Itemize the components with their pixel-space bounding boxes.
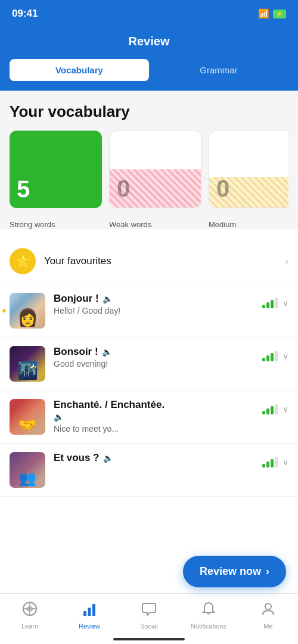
word-translation-bonjour: Hello! / Good day! bbox=[54, 306, 262, 315]
status-icons: 📶 ⚡ bbox=[258, 8, 286, 19]
medium-label: Medium bbox=[209, 220, 298, 229]
tab-vocabulary[interactable]: Vocabulary bbox=[10, 59, 149, 81]
favourites-row[interactable]: ⭐ Your favourites › bbox=[0, 239, 298, 284]
expand-icon-bonsoir[interactable]: ∨ bbox=[283, 351, 288, 361]
word-item-bonsoir: Bonsoir ! 🔈 Good evening! ∨ bbox=[0, 338, 298, 391]
learn-icon bbox=[22, 601, 38, 620]
battery-icon: ⚡ bbox=[273, 10, 286, 18]
speaker-icon-enchante[interactable]: 🔈 bbox=[54, 412, 64, 422]
nav-item-me[interactable]: Me bbox=[238, 599, 298, 632]
strong-count: 5 bbox=[17, 177, 95, 201]
word-info-bonjour: Bonjour ! 🔈 Hello! / Good day! bbox=[54, 293, 262, 315]
fav-label: Your favourites bbox=[44, 255, 285, 267]
bar3 bbox=[271, 353, 274, 361]
word-title-row-enchante: Enchanté. / Enchantée. bbox=[54, 399, 262, 411]
fav-icon-circle: ⭐ bbox=[10, 248, 36, 274]
word-image-bonjour bbox=[10, 293, 45, 329]
home-indicator bbox=[113, 638, 185, 640]
word-right-bonjour: ∨ bbox=[262, 293, 288, 308]
strength-bars-etvous bbox=[262, 457, 278, 467]
review-icon bbox=[82, 601, 97, 620]
header-title: Review bbox=[129, 35, 170, 48]
svg-rect-3 bbox=[83, 611, 86, 616]
strength-bars-bonjour bbox=[262, 298, 278, 308]
word-right-etvous: ∨ bbox=[262, 452, 288, 467]
chevron-right-icon: › bbox=[285, 255, 288, 268]
bar1 bbox=[262, 305, 265, 308]
weak-count: 0 bbox=[117, 177, 194, 200]
vocab-labels: Strong words Weak words Medium bbox=[10, 220, 288, 229]
vocab-cards: 5 0 0 bbox=[10, 131, 288, 208]
bottom-nav: Learn Review Social Notifications bbox=[0, 593, 298, 644]
word-title-etvous: Et vous ? bbox=[54, 452, 100, 464]
bar1 bbox=[262, 358, 265, 361]
word-image-bonsoir bbox=[10, 346, 45, 382]
dot-indicator bbox=[2, 309, 6, 312]
word-image-etvous bbox=[10, 452, 45, 488]
word-title-row-bonjour: Bonjour ! 🔈 bbox=[54, 293, 262, 305]
social-label: Social bbox=[140, 623, 158, 630]
review-label: Review bbox=[79, 623, 100, 630]
notifications-label: Notifications bbox=[191, 623, 226, 630]
learn-label: Learn bbox=[21, 623, 38, 630]
wifi-icon: 📶 bbox=[258, 8, 269, 19]
word-right-bonsoir: ∨ bbox=[262, 346, 288, 361]
strength-bars-bonsoir bbox=[262, 351, 278, 361]
word-image-enchante bbox=[10, 399, 45, 435]
expand-icon-bonjour[interactable]: ∨ bbox=[283, 298, 288, 308]
vocab-card-weak[interactable]: 0 bbox=[109, 131, 201, 208]
bar3 bbox=[271, 459, 274, 467]
word-title-row-etvous: Et vous ? 🔈 bbox=[54, 452, 262, 464]
word-item-etvous: Et vous ? 🔈 ∨ bbox=[0, 444, 298, 497]
svg-point-6 bbox=[265, 603, 271, 609]
vocab-section-title: Your vocabulary bbox=[10, 103, 288, 121]
me-icon bbox=[260, 601, 276, 620]
nav-item-notifications[interactable]: Notifications bbox=[179, 599, 238, 632]
speaker-icon-bonsoir[interactable]: 🔈 bbox=[102, 347, 112, 357]
word-translation-bonsoir: Good evening! bbox=[54, 359, 262, 369]
bar4 bbox=[275, 351, 278, 361]
speaker-icon-etvous[interactable]: 🔈 bbox=[103, 453, 113, 463]
bar3 bbox=[271, 300, 274, 308]
svg-rect-4 bbox=[88, 608, 91, 616]
tab-grammar[interactable]: Grammar bbox=[149, 59, 288, 81]
word-title-row-bonsoir: Bonsoir ! 🔈 bbox=[54, 346, 262, 358]
strength-bars-enchante bbox=[262, 404, 278, 414]
review-now-button[interactable]: Review now › bbox=[183, 556, 286, 587]
social-icon bbox=[141, 601, 157, 620]
status-time: 09:41 bbox=[12, 8, 38, 20]
expand-icon-etvous[interactable]: ∨ bbox=[283, 457, 288, 467]
bar2 bbox=[266, 355, 269, 361]
header: Review bbox=[0, 26, 298, 59]
word-info-bonsoir: Bonsoir ! 🔈 Good evening! bbox=[54, 346, 262, 369]
nav-item-review[interactable]: Review bbox=[60, 599, 119, 632]
status-bar: 09:41 📶 ⚡ bbox=[0, 0, 298, 26]
nav-item-social[interactable]: Social bbox=[119, 599, 179, 632]
main-content: Your vocabulary 5 0 0 Strong words Weak … bbox=[0, 91, 298, 229]
word-title-bonjour: Bonjour ! bbox=[54, 293, 99, 305]
bar2 bbox=[266, 408, 269, 414]
medium-count: 0 bbox=[216, 177, 288, 200]
bar3 bbox=[271, 406, 274, 414]
bar4 bbox=[275, 404, 278, 414]
bar4 bbox=[275, 457, 278, 467]
svg-rect-5 bbox=[92, 604, 95, 616]
bar2 bbox=[266, 462, 269, 467]
notifications-icon bbox=[201, 601, 216, 620]
word-subtitle-enchante: Nice to meet yo... bbox=[54, 424, 262, 434]
vocab-card-strong[interactable]: 5 bbox=[10, 131, 102, 208]
word-info-etvous: Et vous ? 🔈 bbox=[54, 452, 262, 465]
nav-item-learn[interactable]: Learn bbox=[0, 599, 60, 632]
bar1 bbox=[262, 464, 265, 467]
white-section: ⭐ Your favourites › Bonjour ! 🔈 Hello! /… bbox=[0, 239, 298, 568]
review-now-label: Review now bbox=[200, 565, 261, 578]
expand-icon-enchante[interactable]: ∨ bbox=[283, 404, 288, 414]
word-item-bonjour: Bonjour ! 🔈 Hello! / Good day! ∨ bbox=[0, 284, 298, 338]
word-item-enchante: Enchanté. / Enchantée. 🔈 Nice to meet yo… bbox=[0, 391, 298, 444]
word-info-enchante: Enchanté. / Enchantée. 🔈 Nice to meet yo… bbox=[54, 399, 262, 434]
speaker-icon-bonjour[interactable]: 🔈 bbox=[103, 294, 113, 304]
word-right-enchante: ∨ bbox=[262, 399, 288, 414]
me-label: Me bbox=[263, 623, 272, 630]
vocab-card-medium[interactable]: 0 bbox=[209, 131, 288, 208]
bar2 bbox=[266, 302, 269, 308]
